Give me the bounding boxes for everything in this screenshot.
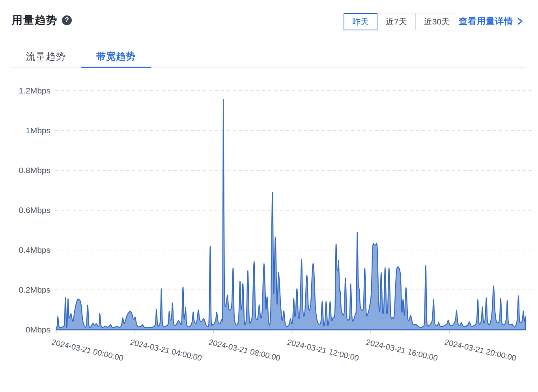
y-axis-label: 0.2Mbps [0,285,50,295]
bandwidth-area-path [56,99,525,330]
x-axis [55,330,528,333]
y-axis-label: 0.8Mbps [0,165,50,175]
y-axis-label: 1.2Mbps [0,86,50,96]
y-axis-label: 0.4Mbps [0,245,50,255]
y-axis-label: 1Mbps [0,125,50,136]
y-axis-label: 0Mbps [0,325,50,335]
usage-trend-panel: 用量趋势 ? 昨天 近7天 近30天 查看用量详情 流量趋势 带宽趋势 0Mbp… [0,0,538,392]
gridlines [55,91,532,290]
y-axis-label: 0.6Mbps [0,205,50,215]
range-button-yesterday[interactable]: 昨天 [344,13,377,30]
bandwidth-trend-chart [0,0,538,392]
